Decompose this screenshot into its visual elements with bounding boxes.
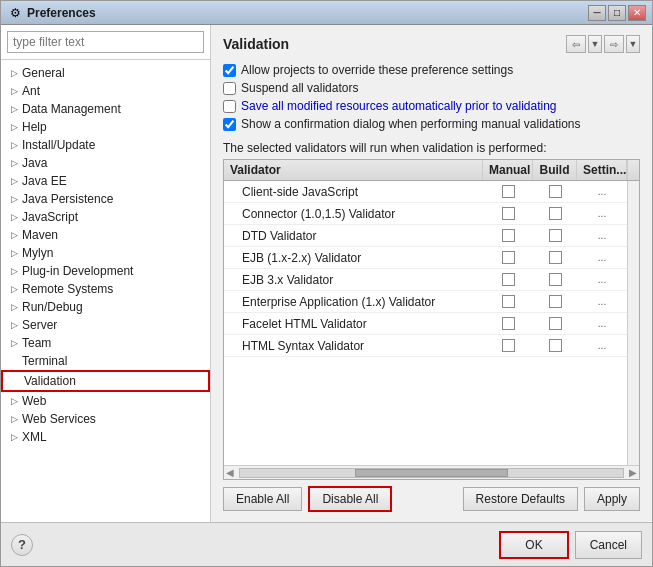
sidebar-item-label: Terminal xyxy=(22,354,67,368)
sidebar-item-java-persistence[interactable]: ▷ Java Persistence xyxy=(1,190,210,208)
build-checkbox[interactable] xyxy=(549,317,562,330)
settings-dots[interactable]: ... xyxy=(598,296,606,307)
validator-manual[interactable] xyxy=(483,249,533,266)
validator-manual[interactable] xyxy=(483,227,533,244)
validator-name: Enterprise Application (1.x) Validator xyxy=(224,293,483,311)
checkbox-save-modified-input[interactable] xyxy=(223,100,236,113)
restore-defaults-button[interactable]: Restore Defaults xyxy=(463,487,578,511)
sidebar-item-terminal[interactable]: ▷ Terminal xyxy=(1,352,210,370)
cancel-button[interactable]: Cancel xyxy=(575,531,642,559)
sidebar-item-install-update[interactable]: ▷ Install/Update xyxy=(1,136,210,154)
settings-dots[interactable]: ... xyxy=(598,340,606,351)
manual-checkbox[interactable] xyxy=(502,273,515,286)
sidebar-item-java[interactable]: ▷ Java xyxy=(1,154,210,172)
sidebar-item-plugin-development[interactable]: ▷ Plug-in Development xyxy=(1,262,210,280)
sidebar-item-help[interactable]: ▷ Help xyxy=(1,118,210,136)
apply-button[interactable]: Apply xyxy=(584,487,640,511)
validator-build[interactable] xyxy=(533,183,577,200)
manual-checkbox[interactable] xyxy=(502,229,515,242)
table-scrollbar[interactable] xyxy=(627,181,639,465)
build-checkbox[interactable] xyxy=(549,251,562,264)
settings-dots[interactable]: ... xyxy=(598,274,606,285)
validator-build[interactable] xyxy=(533,315,577,332)
validator-build[interactable] xyxy=(533,293,577,310)
validator-manual[interactable] xyxy=(483,183,533,200)
manual-checkbox[interactable] xyxy=(502,317,515,330)
sidebar-item-server[interactable]: ▷ Server xyxy=(1,316,210,334)
forward-button[interactable]: ⇨ xyxy=(604,35,624,53)
sidebar-item-data-management[interactable]: ▷ Data Management xyxy=(1,100,210,118)
validator-settings[interactable]: ... xyxy=(577,228,627,243)
hscroll-thumb[interactable] xyxy=(355,469,508,477)
settings-dots[interactable]: ... xyxy=(598,252,606,263)
settings-dots[interactable]: ... xyxy=(598,318,606,329)
validator-manual[interactable] xyxy=(483,205,533,222)
sidebar-item-general[interactable]: ▷ General xyxy=(1,64,210,82)
sidebar-item-ant[interactable]: ▷ Ant xyxy=(1,82,210,100)
hscroll-track[interactable] xyxy=(239,468,624,478)
hscroll-right[interactable]: ▶ xyxy=(627,467,639,478)
validator-build[interactable] xyxy=(533,271,577,288)
build-checkbox[interactable] xyxy=(549,207,562,220)
horizontal-scrollbar[interactable]: ◀ ▶ xyxy=(224,465,639,479)
hscroll-left[interactable]: ◀ xyxy=(224,467,236,478)
checkbox-show-confirmation-input[interactable] xyxy=(223,118,236,131)
sidebar-item-java-ee[interactable]: ▷ Java EE xyxy=(1,172,210,190)
manual-checkbox[interactable] xyxy=(502,339,515,352)
close-button[interactable]: ✕ xyxy=(628,5,646,21)
ok-button[interactable]: OK xyxy=(499,531,568,559)
build-checkbox[interactable] xyxy=(549,185,562,198)
manual-checkbox[interactable] xyxy=(502,185,515,198)
validator-manual[interactable] xyxy=(483,271,533,288)
enable-all-button[interactable]: Enable All xyxy=(223,487,302,511)
validator-build[interactable] xyxy=(533,249,577,266)
build-checkbox[interactable] xyxy=(549,295,562,308)
back-button[interactable]: ⇦ xyxy=(566,35,586,53)
arrow-icon: ▷ xyxy=(9,432,19,442)
sidebar-item-web[interactable]: ▷ Web xyxy=(1,392,210,410)
sidebar-item-javascript[interactable]: ▷ JavaScript xyxy=(1,208,210,226)
manual-checkbox[interactable] xyxy=(502,207,515,220)
sidebar-item-team[interactable]: ▷ Team xyxy=(1,334,210,352)
validator-settings[interactable]: ... xyxy=(577,316,627,331)
disable-all-button[interactable]: Disable All xyxy=(308,486,392,512)
validator-build[interactable] xyxy=(533,337,577,354)
sidebar-item-maven[interactable]: ▷ Maven xyxy=(1,226,210,244)
arrow-icon: ▷ xyxy=(9,122,19,132)
sidebar-item-web-services[interactable]: ▷ Web Services xyxy=(1,410,210,428)
manual-checkbox[interactable] xyxy=(502,295,515,308)
validator-settings[interactable]: ... xyxy=(577,250,627,265)
validators-label: The selected validators will run when va… xyxy=(223,141,640,155)
settings-dots[interactable]: ... xyxy=(598,186,606,197)
sidebar-item-validation[interactable]: ▷ Validation xyxy=(1,370,210,392)
validator-settings[interactable]: ... xyxy=(577,206,627,221)
validator-manual[interactable] xyxy=(483,293,533,310)
build-checkbox[interactable] xyxy=(549,229,562,242)
help-button[interactable]: ? xyxy=(11,534,33,556)
build-checkbox[interactable] xyxy=(549,339,562,352)
validator-manual[interactable] xyxy=(483,315,533,332)
validator-manual[interactable] xyxy=(483,337,533,354)
forward-dropdown[interactable]: ▼ xyxy=(626,35,640,53)
sidebar-item-xml[interactable]: ▷ XML xyxy=(1,428,210,446)
settings-dots[interactable]: ... xyxy=(598,208,606,219)
validator-settings[interactable]: ... xyxy=(577,294,627,309)
sidebar-item-mylyn[interactable]: ▷ Mylyn xyxy=(1,244,210,262)
validator-settings[interactable]: ... xyxy=(577,272,627,287)
filter-input[interactable] xyxy=(7,31,204,53)
manual-checkbox[interactable] xyxy=(502,251,515,264)
checkbox-allow-override-input[interactable] xyxy=(223,64,236,77)
sidebar-item-run-debug[interactable]: ▷ Run/Debug xyxy=(1,298,210,316)
build-checkbox[interactable] xyxy=(549,273,562,286)
validator-settings[interactable]: ... xyxy=(577,338,627,353)
validator-build[interactable] xyxy=(533,205,577,222)
minimize-button[interactable]: ─ xyxy=(588,5,606,21)
validator-build[interactable] xyxy=(533,227,577,244)
table-row: EJB 3.x Validator ... xyxy=(224,269,627,291)
settings-dots[interactable]: ... xyxy=(598,230,606,241)
back-dropdown[interactable]: ▼ xyxy=(588,35,602,53)
sidebar-item-remote-systems[interactable]: ▷ Remote Systems xyxy=(1,280,210,298)
maximize-button[interactable]: □ xyxy=(608,5,626,21)
checkbox-suspend-input[interactable] xyxy=(223,82,236,95)
validator-settings[interactable]: ... xyxy=(577,184,627,199)
